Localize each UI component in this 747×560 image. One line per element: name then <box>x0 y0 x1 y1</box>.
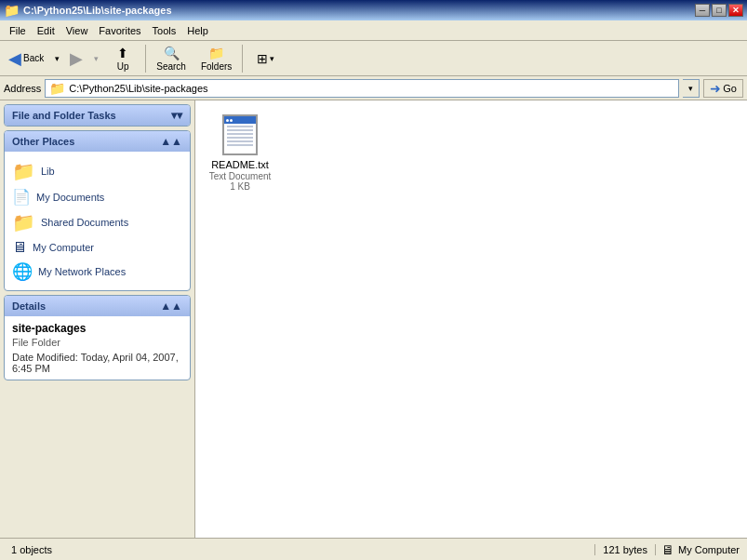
toolbar: ◀ Back ▾ ▶ ▾ ⬆ Up 🔍 Search 📁 Folders ⊞ ▾ <box>0 41 747 76</box>
menu-tools[interactable]: Tools <box>147 23 182 38</box>
forward-button[interactable]: ▶ <box>65 43 87 74</box>
notepad-icon <box>222 114 258 155</box>
back-button[interactable]: ◀ Back <box>4 43 48 74</box>
title-label: C:\Python25\Lib\site-packages <box>23 5 172 16</box>
status-computer: 🖥 My Computer <box>658 542 743 557</box>
status-bytes: 121 bytes <box>594 544 656 555</box>
file-name-readme: README.txt <box>211 159 269 171</box>
notepad-line-2 <box>227 129 253 131</box>
details-header[interactable]: Details ▲▲ <box>5 296 190 316</box>
search-icon: 🔍 <box>164 46 180 60</box>
menu-edit[interactable]: Edit <box>32 23 60 38</box>
my-documents-icon: 📄 <box>12 188 31 206</box>
other-places-label: Other Places <box>12 136 74 147</box>
search-label: Search <box>156 61 186 72</box>
folders-button[interactable]: 📁 Folders <box>194 43 238 74</box>
toolbar-separator-1 <box>145 45 146 73</box>
details-date-label: Date Modified: <box>12 352 78 363</box>
back-dropdown[interactable]: ▾ <box>50 43 63 74</box>
status-bar: 1 objects 121 bytes 🖥 My Computer <box>0 538 747 560</box>
status-right: 121 bytes 🖥 My Computer <box>594 542 743 557</box>
other-places-body: 📁 Lib 📄 My Documents 📁 Shared Documents … <box>5 152 190 290</box>
back-label: Back <box>23 53 44 63</box>
search-button[interactable]: 🔍 Search <box>150 43 193 74</box>
folders-icon: 📁 <box>208 46 224 60</box>
address-path: C:\Python25\Lib\site-packages <box>69 83 207 94</box>
forward-dropdown[interactable]: ▾ <box>89 43 102 74</box>
forward-arrow-icon: ▶ <box>70 48 83 69</box>
nav-link-shared-documents[interactable]: 📁 Shared Documents <box>8 208 186 236</box>
content-area: README.txt Text Document 1 KB <box>195 100 747 538</box>
address-folder-icon: 📁 <box>49 81 65 96</box>
left-panel: File and Folder Tasks ▾▾ Other Places ▲▲… <box>0 100 195 538</box>
file-folder-tasks-header[interactable]: File and Folder Tasks ▾▾ <box>5 105 190 126</box>
other-places-header[interactable]: Other Places ▲▲ <box>5 131 190 152</box>
notepad-dot-2 <box>230 119 233 122</box>
nav-link-my-computer[interactable]: 🖥 My Computer <box>8 236 186 259</box>
lib-folder-icon: 📁 <box>12 160 35 182</box>
up-button[interactable]: ⬆ Up <box>104 43 141 74</box>
my-network-places-label: My Network Places <box>38 266 126 277</box>
status-objects: 1 objects <box>4 544 60 555</box>
views-icon: ⊞ <box>257 51 268 66</box>
file-type-readme: Text Document <box>209 171 272 181</box>
close-button[interactable]: ✕ <box>728 4 743 17</box>
file-item-readme[interactable]: README.txt Text Document 1 KB <box>203 108 277 196</box>
views-dropdown-arrow: ▾ <box>270 54 274 63</box>
menu-bar: File Edit View Favorites Tools Help <box>0 20 747 41</box>
lib-label: Lib <box>41 166 55 177</box>
title-bar: 📁 C:\Python25\Lib\site-packages ─ □ ✕ <box>0 0 747 20</box>
nav-link-my-network-places[interactable]: 🌐 My Network Places <box>8 259 186 285</box>
address-bar: Address 📁 C:\Python25\Lib\site-packages … <box>0 76 747 100</box>
address-label: Address <box>4 83 41 94</box>
file-folder-tasks-collapse-icon: ▾▾ <box>171 109 182 122</box>
nav-link-my-documents[interactable]: 📄 My Documents <box>8 185 186 208</box>
menu-view[interactable]: View <box>60 23 94 38</box>
up-label: Up <box>117 61 129 72</box>
notepad-line-5 <box>227 140 253 142</box>
maximize-button[interactable]: □ <box>712 4 727 17</box>
other-places-section: Other Places ▲▲ 📁 Lib 📄 My Documents 📁 S… <box>4 130 191 291</box>
go-arrow-icon: ➜ <box>710 81 721 96</box>
folders-label: Folders <box>201 61 232 72</box>
shared-documents-icon: 📁 <box>12 211 35 233</box>
menu-file[interactable]: File <box>4 23 32 38</box>
details-date-modified: Date Modified: Today, April 04, 2007, 6:… <box>12 352 182 374</box>
title-buttons: ─ □ ✕ <box>695 4 743 17</box>
nav-link-lib[interactable]: 📁 Lib <box>8 157 186 185</box>
folder-title-icon: 📁 <box>4 3 20 18</box>
address-field[interactable]: 📁 C:\Python25\Lib\site-packages <box>45 79 679 98</box>
details-folder-type: File Folder <box>12 337 182 348</box>
toolbar-separator-2 <box>242 45 243 73</box>
file-icon-container <box>218 113 262 157</box>
minimize-button[interactable]: ─ <box>695 4 710 17</box>
go-label: Go <box>723 83 737 94</box>
address-go-button[interactable]: ➜ Go <box>703 79 743 98</box>
notepad-line-1 <box>227 126 253 127</box>
file-size-readme: 1 KB <box>230 181 250 192</box>
menu-favorites[interactable]: Favorites <box>93 23 146 38</box>
details-collapse-icon: ▲▲ <box>160 300 182 313</box>
main-container: File and Folder Tasks ▾▾ Other Places ▲▲… <box>0 100 747 538</box>
shared-documents-label: Shared Documents <box>41 217 128 228</box>
details-section: Details ▲▲ site-packages File Folder Dat… <box>4 295 191 380</box>
notepad-line-4 <box>227 137 253 139</box>
address-dropdown[interactable]: ▾ <box>683 79 700 98</box>
other-places-collapse-icon: ▲▲ <box>160 135 182 148</box>
notepad-line-3 <box>227 133 253 135</box>
my-documents-label: My Documents <box>36 192 104 203</box>
title-text: 📁 C:\Python25\Lib\site-packages <box>4 3 172 18</box>
menu-help[interactable]: Help <box>181 23 214 38</box>
file-folder-tasks-section: File and Folder Tasks ▾▾ <box>4 104 191 127</box>
views-button[interactable]: ⊞ ▾ <box>247 43 284 74</box>
notepad-dot-1 <box>226 119 229 122</box>
my-network-places-icon: 🌐 <box>12 261 33 282</box>
up-icon: ⬆ <box>117 46 128 60</box>
file-folder-tasks-label: File and Folder Tasks <box>12 110 116 121</box>
notepad-lines <box>224 124 256 153</box>
my-computer-label: My Computer <box>33 242 94 253</box>
details-body: site-packages File Folder Date Modified:… <box>5 316 190 380</box>
details-label: Details <box>12 300 46 312</box>
status-computer-icon: 🖥 <box>661 542 674 557</box>
details-folder-name: site-packages <box>12 322 182 335</box>
